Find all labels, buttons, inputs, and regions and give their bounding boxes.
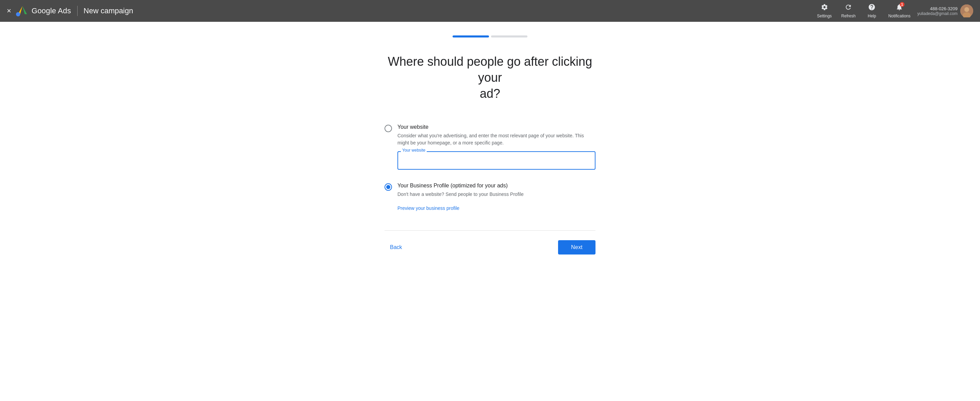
back-button[interactable]: Back xyxy=(385,241,408,254)
svg-point-5 xyxy=(964,7,969,12)
settings-label: Settings xyxy=(817,14,832,18)
option-business-profile[interactable]: Your Business Profile (optimized for you… xyxy=(385,176,595,217)
notifications-icon: 1 xyxy=(896,3,903,13)
refresh-button[interactable]: Refresh xyxy=(838,2,859,20)
nav-buttons: Back Next xyxy=(385,240,595,254)
notifications-button[interactable]: 1 Notifications xyxy=(885,2,914,20)
option-business-profile-desc: Don't have a website? Send people to you… xyxy=(398,191,595,198)
settings-button[interactable]: Settings xyxy=(814,2,835,20)
website-input-wrapper: Your website xyxy=(398,151,595,170)
progress-segment-2 xyxy=(491,35,527,37)
topbar: × Google Ads New campaign Settings Refre… xyxy=(0,0,980,22)
option-website-title: Your website xyxy=(398,124,595,130)
website-input-label: Your website xyxy=(401,148,427,153)
bottom-divider xyxy=(385,230,595,231)
account-details: 488-026-3209 yuliadeda@gmail.com xyxy=(917,6,958,16)
refresh-icon xyxy=(845,3,852,13)
option-website-content: Your website Consider what you're advert… xyxy=(398,124,595,171)
account-phone: 488-026-3209 xyxy=(930,6,958,11)
topbar-actions: Settings Refresh Help 1 Notifications xyxy=(814,2,914,20)
radio-website[interactable] xyxy=(385,125,392,132)
option-website[interactable]: Your website Consider what you're advert… xyxy=(385,118,595,176)
notification-badge: 1 xyxy=(900,2,904,7)
help-icon xyxy=(868,3,875,13)
avatar[interactable] xyxy=(960,5,973,18)
next-button[interactable]: Next xyxy=(558,240,595,254)
topbar-brand-label: Google Ads xyxy=(32,6,71,15)
svg-point-3 xyxy=(16,12,20,16)
page-heading: Where should people go after clicking yo… xyxy=(385,54,595,102)
options-container: Your website Consider what you're advert… xyxy=(385,118,595,217)
refresh-label: Refresh xyxy=(841,14,856,18)
option-business-profile-content: Your Business Profile (optimized for you… xyxy=(398,183,595,211)
topbar-divider xyxy=(77,6,78,16)
google-ads-logo-icon xyxy=(16,5,29,18)
option-business-profile-title: Your Business Profile (optimized for you… xyxy=(398,183,595,189)
radio-business-profile-dot xyxy=(386,185,390,189)
progress-bar xyxy=(453,35,527,37)
topbar-logo: Google Ads xyxy=(16,5,71,18)
website-input[interactable] xyxy=(398,151,595,170)
notifications-label: Notifications xyxy=(888,14,910,18)
help-button[interactable]: Help xyxy=(862,2,882,20)
avatar-icon xyxy=(960,5,973,18)
account-email: yuliadeda@gmail.com xyxy=(917,11,958,16)
svg-marker-2 xyxy=(22,6,27,14)
account-info[interactable]: 488-026-3209 yuliadeda@gmail.com xyxy=(917,5,973,18)
settings-icon xyxy=(821,3,828,13)
help-label: Help xyxy=(868,14,876,18)
progress-segment-1 xyxy=(453,35,489,37)
close-button[interactable]: × xyxy=(7,7,11,14)
preview-business-profile-link[interactable]: Preview your business profile xyxy=(398,205,460,211)
topbar-campaign-label: New campaign xyxy=(84,6,134,15)
radio-business-profile[interactable] xyxy=(385,183,392,191)
main-content: Where should people go after clicking yo… xyxy=(0,22,980,401)
option-website-desc: Consider what you're advertising, and en… xyxy=(398,132,595,147)
